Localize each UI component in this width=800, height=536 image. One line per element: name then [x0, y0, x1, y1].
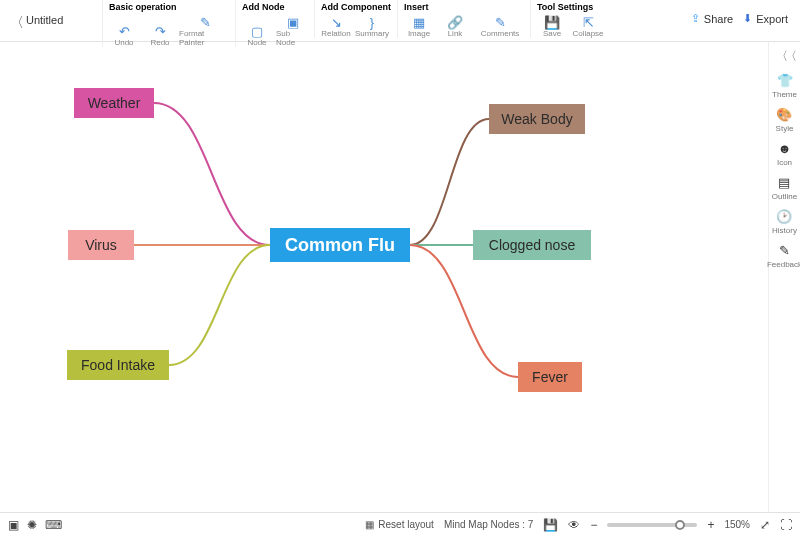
zoom-in-button[interactable]: + — [707, 518, 714, 532]
comment-label: Comments — [481, 29, 520, 38]
rail-collapse-button[interactable]: 〈〈 — [776, 48, 794, 65]
mindmap-node-virus[interactable]: Virus — [68, 230, 134, 260]
reset-layout-button[interactable]: ▦ Reset layout — [365, 519, 434, 530]
toolbar-group-add-component: Add Component↘Relation}Summary — [314, 0, 397, 38]
style-icon: 🎨 — [776, 107, 792, 122]
relation-button[interactable]: ↘Relation — [319, 15, 353, 38]
mindmap-node-weather[interactable]: Weather — [74, 88, 154, 118]
fit-icon[interactable]: ⤢ — [760, 518, 770, 532]
mindmap-node-clogged-nose[interactable]: Clogged nose — [473, 230, 591, 260]
rail-icon-label: Icon — [777, 158, 792, 167]
zoom-value: 150% — [724, 519, 750, 530]
relation-icon: ↘ — [328, 15, 344, 29]
summary-label: Summary — [355, 29, 389, 38]
summary-button[interactable]: }Summary — [355, 15, 389, 38]
comment-icon: ✎ — [492, 15, 508, 29]
top-toolbar: 〈 Untitled Basic operation↶Undo↷Redo✎For… — [0, 0, 800, 42]
toolbar-group-title: Add Node — [240, 0, 310, 15]
link-button[interactable]: 🔗Link — [438, 15, 472, 38]
view-mode-icon[interactable]: ▣ — [8, 518, 19, 532]
zoom-slider-knob[interactable] — [675, 520, 685, 530]
toolbar-group-title: Basic operation — [107, 0, 231, 15]
relation-label: Relation — [321, 29, 350, 38]
collapse-button[interactable]: ⇱Collapse — [571, 15, 605, 38]
toolbar-group-add-node: Add Node▢Node▣Sub Node — [235, 0, 314, 47]
image-button[interactable]: ▦Image — [402, 15, 436, 38]
rail-style-label: Style — [776, 124, 794, 133]
export-label: Export — [756, 13, 788, 25]
node-icon: ▢ — [249, 24, 265, 38]
icon-icon: ☻ — [778, 141, 792, 156]
eye-icon[interactable]: 👁 — [568, 518, 580, 532]
image-icon: ▦ — [411, 15, 427, 29]
mindmap-canvas[interactable]: Common FluWeatherVirusFood IntakeWeak Bo… — [0, 42, 768, 512]
redo-icon: ↷ — [152, 24, 168, 38]
summary-icon: } — [364, 15, 380, 29]
save-label: Save — [543, 29, 561, 38]
rail-history-button[interactable]: 🕑History — [772, 209, 797, 235]
save-button[interactable]: 💾Save — [535, 15, 569, 38]
mindmap-center-node[interactable]: Common Flu — [270, 228, 410, 262]
reset-label: Reset layout — [378, 519, 434, 530]
feedback-icon: ✎ — [779, 243, 790, 258]
rail-style-button[interactable]: 🎨Style — [776, 107, 794, 133]
history-icon: 🕑 — [776, 209, 792, 224]
document-title[interactable]: Untitled — [22, 0, 102, 26]
undo-icon: ↶ — [116, 24, 132, 38]
link-icon: 🔗 — [447, 15, 463, 29]
outline-icon: ▤ — [778, 175, 790, 190]
rail-feedback-button[interactable]: ✎Feedback — [767, 243, 800, 269]
save-icon: 💾 — [544, 15, 560, 29]
rail-outline-button[interactable]: ▤Outline — [772, 175, 797, 201]
top-actions: ⇪ Share ⬇ Export — [691, 0, 796, 25]
reset-icon: ▦ — [365, 519, 374, 530]
back-button[interactable]: 〈 — [4, 0, 22, 32]
comment-button[interactable]: ✎Comments — [474, 15, 526, 38]
rail-history-label: History — [772, 226, 797, 235]
collapse-icon: ⇱ — [580, 15, 596, 29]
fullscreen-icon[interactable]: ⛶ — [780, 518, 792, 532]
theme-icon: 👕 — [777, 73, 793, 88]
rail-icon-button[interactable]: ☻Icon — [777, 141, 792, 167]
mindmap-node-fever[interactable]: Fever — [518, 362, 582, 392]
node-count-label: Mind Map Nodes : 7 — [444, 519, 534, 530]
rail-feedback-label: Feedback — [767, 260, 800, 269]
subnode-icon: ▣ — [285, 15, 301, 29]
toolbar-group-insert: Insert▦Image🔗Link✎Comments — [397, 0, 530, 38]
keyboard-icon[interactable]: ⌨ — [45, 518, 62, 532]
rail-theme-label: Theme — [772, 90, 797, 99]
image-label: Image — [408, 29, 430, 38]
mindmap-node-weak-body[interactable]: Weak Body — [489, 104, 585, 134]
toolbar-group-basic-operation: Basic operation↶Undo↷Redo✎Format Painter — [102, 0, 235, 47]
save-status-icon[interactable]: 💾 — [543, 518, 558, 532]
right-rail: 〈〈 👕Theme🎨Style☻Icon▤Outline🕑History✎Fee… — [768, 42, 800, 512]
toolbar-group-title: Tool Settings — [535, 0, 605, 15]
rail-theme-button[interactable]: 👕Theme — [772, 73, 797, 99]
toolbar-group-tool-settings: Tool Settings💾Save⇱Collapse — [530, 0, 609, 38]
share-icon: ⇪ — [691, 12, 700, 25]
share-label: Share — [704, 13, 733, 25]
export-button[interactable]: ⬇ Export — [743, 12, 788, 25]
format-icon: ✎ — [197, 15, 213, 29]
export-icon: ⬇ — [743, 12, 752, 25]
toolbar-group-title: Insert — [402, 0, 526, 15]
presentation-icon[interactable]: ✺ — [27, 518, 37, 532]
zoom-out-button[interactable]: − — [590, 518, 597, 532]
collapse-label: Collapse — [572, 29, 603, 38]
zoom-slider[interactable] — [607, 523, 697, 527]
link-label: Link — [448, 29, 463, 38]
rail-outline-label: Outline — [772, 192, 797, 201]
status-bar: ▣ ✺ ⌨ ▦ Reset layout Mind Map Nodes : 7 … — [0, 512, 800, 536]
share-button[interactable]: ⇪ Share — [691, 12, 733, 25]
toolbar-group-title: Add Component — [319, 0, 393, 15]
mindmap-node-food-intake[interactable]: Food Intake — [67, 350, 169, 380]
